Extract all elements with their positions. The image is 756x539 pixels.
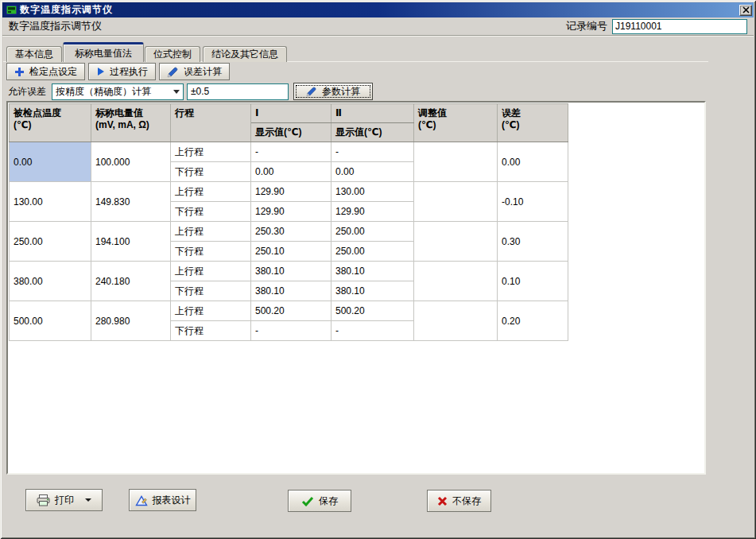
table-row: 500.00280.980上行程500.20500.200.20 [10,301,568,321]
cell-error-value[interactable]: 0.20 [498,301,568,341]
cell-stroke-label: 下行程 [171,242,251,262]
close-icon [742,6,750,14]
cell-display-2[interactable]: 500.20 [331,301,414,321]
param-calc-button[interactable]: 参数计算 [293,83,373,100]
print-button[interactable]: 打印 [25,489,103,511]
table-header: 被检点温度 (℃) 标称电量值 (mV, mA, Ω) 行程 Ⅰ Ⅱ 调整值 (… [10,104,568,142]
cell-stroke-label: 上行程 [171,182,251,202]
cell-error-value[interactable]: 0.30 [498,222,568,262]
tolerance-input[interactable] [187,83,289,100]
col-header-display-2: 显示值(℃) [331,123,414,142]
tab-basic-info[interactable]: 基本信息 [6,46,62,62]
save-label: 保存 [319,494,338,508]
cell-display-1[interactable]: 500.20 [251,301,331,321]
cell-display-2[interactable]: 130.00 [331,182,414,202]
pen-icon [306,86,317,97]
error-mode-value: 按精度（精确度）计算 [56,85,151,99]
report-design-button[interactable]: 报表设计 [129,489,196,511]
play-icon [96,67,105,76]
cell-adjust-value[interactable] [414,142,498,182]
cell-nominal-value[interactable]: 194.100 [91,222,171,262]
cell-checkpoint-temp[interactable]: 0.00 [10,142,91,182]
cell-adjust-value[interactable] [414,182,498,222]
green-check-icon [301,496,314,506]
tab-conclusion-other-info[interactable]: 结论及其它信息 [203,46,287,62]
cell-display-1[interactable]: - [251,321,331,341]
allowed-error-label: 允许误差 [8,85,52,99]
cell-display-1[interactable]: 129.90 [251,202,331,222]
cell-adjust-value[interactable] [414,262,498,301]
cell-nominal-value[interactable]: 240.180 [91,262,171,301]
cell-display-1[interactable]: - [251,142,331,162]
col-header-nominal-value: 标称电量值 (mV, mA, Ω) [91,104,171,142]
cell-error-value[interactable]: 0.10 [498,262,568,301]
cell-display-2[interactable]: 250.00 [331,242,414,262]
col-header-display-1: 显示值(℃) [251,123,331,142]
cell-adjust-value[interactable] [414,222,498,262]
chevron-down-icon [173,90,180,94]
cell-stroke-label: 下行程 [171,202,251,222]
cell-display-2[interactable]: 0.00 [331,162,414,182]
cell-nominal-value[interactable]: 100.000 [91,142,171,182]
param-calc-label: 参数计算 [322,85,360,99]
red-x-icon [437,496,448,506]
cell-display-2[interactable]: 129.90 [331,202,414,222]
cell-display-1[interactable]: 0.00 [251,162,331,182]
col-header-stroke: 行程 [171,104,251,142]
col-header-group-1: Ⅰ [251,104,331,123]
cell-checkpoint-temp[interactable]: 130.00 [10,182,91,222]
col-header-error: 误差 (℃) [498,104,568,142]
cell-display-2[interactable]: - [331,142,414,162]
table-row: 250.00194.100上行程250.30250.000.30 [10,222,568,242]
tab-bar: 基本信息 标称电量值法 位式控制 结论及其它信息 [6,42,287,62]
cell-display-1[interactable]: 380.10 [251,281,331,301]
cell-display-2[interactable]: - [331,321,414,341]
error-calc-button[interactable]: 误差计算 [159,63,230,80]
cell-stroke-label: 上行程 [171,301,251,321]
run-process-label: 过程执行 [110,65,148,79]
col-header-adjust: 调整值 (℃) [414,104,498,142]
print-label: 打印 [55,494,74,507]
cell-display-1[interactable]: 380.10 [251,262,331,281]
app-window: 数字温度指示调节仪 数字温度指示调节仪 记录编号 基本信息 标称电量值法 位式控… [0,0,756,539]
tab-position-control[interactable]: 位式控制 [145,46,200,62]
app-icon [5,5,17,16]
report-design-label: 报表设计 [153,494,191,507]
cell-checkpoint-temp[interactable]: 500.00 [10,301,91,341]
error-calc-label: 误差计算 [184,65,222,79]
no-save-button[interactable]: 不保存 [427,490,491,512]
cell-display-2[interactable]: 380.10 [331,281,414,301]
cell-stroke-label: 下行程 [171,281,251,301]
table-body: 0.00100.000上行程--0.00下行程0.000.00130.00149… [10,142,568,341]
toolbar: 检定点设定 过程执行 误差计算 [6,63,230,80]
cell-checkpoint-temp[interactable]: 380.00 [10,262,91,301]
cell-nominal-value[interactable]: 280.980 [91,301,171,341]
tab-nominal-electrical-value[interactable]: 标称电量值法 [63,42,144,62]
cell-error-value[interactable]: -0.10 [498,182,568,222]
cell-stroke-label: 下行程 [171,162,251,182]
cell-stroke-label: 上行程 [171,222,251,242]
cell-display-1[interactable]: 250.10 [251,242,331,262]
table-panel: 被检点温度 (℃) 标称电量值 (mV, mA, Ω) 行程 Ⅰ Ⅱ 调整值 (… [6,101,706,475]
cell-display-1[interactable]: 129.90 [251,182,331,202]
chevron-down-icon [85,498,91,502]
save-button[interactable]: 保存 [288,490,351,512]
header-strip: 数字温度指示调节仪 记录编号 [2,17,754,36]
cell-error-value[interactable]: 0.00 [498,142,568,182]
ruler-pencil-icon [135,494,148,506]
cell-checkpoint-temp[interactable]: 250.00 [10,222,91,262]
col-header-group-2: Ⅱ [331,104,414,123]
error-mode-select[interactable]: 按精度（精确度）计算 [52,83,184,100]
title-bar[interactable]: 数字温度指示调节仪 [2,2,754,17]
set-checkpoints-button[interactable]: 检定点设定 [6,63,85,80]
cell-nominal-value[interactable]: 149.830 [91,182,171,222]
cell-display-1[interactable]: 250.30 [251,222,331,242]
close-button[interactable] [739,5,752,16]
cell-display-2[interactable]: 380.10 [331,262,414,281]
table-row: 0.00100.000上行程--0.00 [10,142,568,162]
record-number-input[interactable] [612,19,747,34]
cell-stroke-label: 上行程 [171,142,251,162]
run-process-button[interactable]: 过程执行 [88,63,156,80]
cell-display-2[interactable]: 250.00 [331,222,414,242]
cell-adjust-value[interactable] [414,301,498,341]
